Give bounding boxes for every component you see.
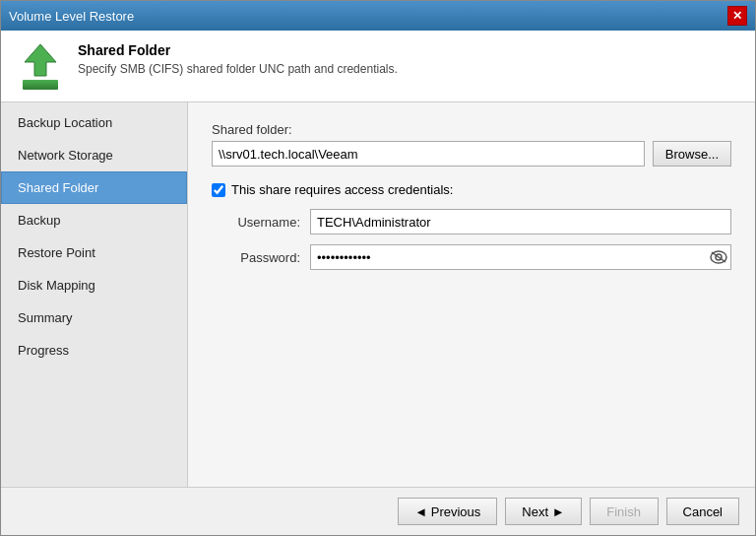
header-icon-container (17, 42, 64, 90)
sidebar-item-network-storage[interactable]: Network Storage (1, 139, 187, 171)
title-bar: Volume Level Restore ✕ (1, 1, 755, 31)
credentials-checkbox[interactable] (212, 183, 225, 197)
shared-folder-input[interactable] (212, 141, 645, 167)
main-window: Volume Level Restore ✕ Shared Folder Spe… (0, 0, 756, 536)
sidebar-item-summary[interactable]: Summary (1, 302, 187, 334)
next-button[interactable]: Next ► (505, 498, 581, 525)
shared-folder-label: Shared folder: (212, 122, 731, 137)
sidebar-item-restore-point[interactable]: Restore Point (1, 236, 187, 269)
previous-button[interactable]: ◄ Previous (398, 498, 497, 525)
sidebar-item-shared-folder[interactable]: Shared Folder (1, 171, 187, 204)
footer: ◄ Previous Next ► Finish Cancel (1, 487, 755, 535)
header-title: Shared Folder (78, 42, 398, 58)
header-text: Shared Folder Specify SMB (CIFS) shared … (78, 42, 398, 76)
username-label: Username: (231, 215, 310, 230)
sidebar-item-backup-location[interactable]: Backup Location (1, 106, 187, 139)
show-password-button[interactable] (710, 250, 727, 264)
window-title: Volume Level Restore (9, 9, 134, 24)
header-subtitle: Specify SMB (CIFS) shared folder UNC pat… (78, 62, 398, 76)
password-input[interactable] (310, 244, 731, 270)
password-row: Password: (231, 244, 731, 270)
credentials-section: Username: Password: (231, 209, 731, 270)
finish-button[interactable]: Finish (590, 498, 659, 525)
sidebar-item-backup[interactable]: Backup (1, 204, 187, 236)
sidebar-item-progress[interactable]: Progress (1, 334, 187, 367)
content-area: Shared folder: Browse... This share requ… (188, 102, 755, 487)
sidebar: Backup Location Network Storage Shared F… (1, 102, 188, 487)
username-row: Username: (231, 209, 731, 234)
sidebar-item-disk-mapping[interactable]: Disk Mapping (1, 269, 187, 302)
password-wrapper (310, 244, 731, 270)
upload-icon (23, 42, 58, 78)
main-content: Backup Location Network Storage Shared F… (1, 102, 755, 487)
svg-marker-0 (25, 44, 56, 76)
header-section: Shared Folder Specify SMB (CIFS) shared … (1, 31, 755, 102)
browse-button[interactable]: Browse... (653, 141, 731, 167)
credentials-checkbox-row: This share requires access credentials: (212, 182, 731, 197)
password-label: Password: (231, 250, 310, 265)
close-button[interactable]: ✕ (727, 6, 747, 26)
green-bar-icon (23, 80, 58, 90)
credentials-checkbox-label[interactable]: This share requires access credentials: (231, 182, 453, 197)
cancel-button[interactable]: Cancel (666, 498, 739, 525)
username-input[interactable] (310, 209, 731, 234)
shared-folder-group: Shared folder: Browse... (212, 122, 731, 167)
shared-folder-row: Browse... (212, 141, 731, 167)
eye-icon (710, 250, 727, 264)
